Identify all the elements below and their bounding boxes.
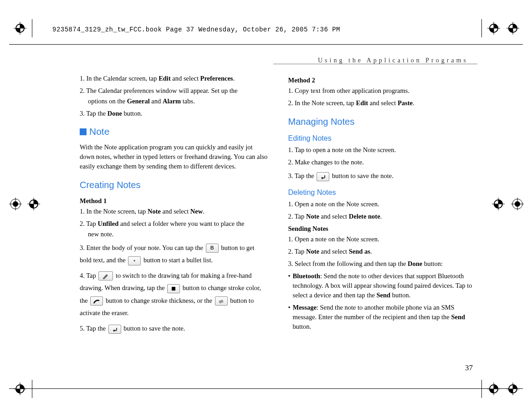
step-text: 3. Tap the Done button. xyxy=(80,109,268,118)
bullet-bluetooth: Bluetooth: Send the note to other device… xyxy=(288,271,476,300)
cropmark-line xyxy=(32,19,32,37)
bold-icon: B xyxy=(206,244,219,253)
svg-rect-20 xyxy=(172,287,175,291)
registration-mark-icon xyxy=(487,382,500,395)
step-text: 2. Make changes to the note. xyxy=(288,158,476,167)
cropmark-line xyxy=(32,380,32,398)
registration-mark-icon xyxy=(14,22,26,35)
step-text: 1. Open a note on the Note screen. xyxy=(288,235,476,244)
page-number: 37 xyxy=(465,362,473,374)
registration-mark-icon xyxy=(14,382,26,395)
step-text: 2. Tap Unfiled and select a folder where… xyxy=(80,219,268,229)
bullet-message: Message: Send the note to another mobile… xyxy=(288,303,476,332)
step-text: 2. The Calendar preferences window will … xyxy=(80,86,268,96)
note-heading: Note xyxy=(80,125,268,138)
step-text: 1. Open a note on the Note screen. xyxy=(288,199,476,209)
step-text: 1. In the Calendar screen, tap Edit and … xyxy=(80,74,268,83)
step-text: 1. In the Note screen, tap Note and sele… xyxy=(80,207,268,216)
managing-notes-heading: Managing Notes xyxy=(288,115,476,128)
registration-mark-icon xyxy=(9,198,22,210)
framemaker-header: 9235874_3129_zh_tw_FCC.book Page 37 Wedn… xyxy=(52,25,340,34)
back-arrow-icon xyxy=(317,172,329,181)
step-text: 3. Tap the button to save the note. xyxy=(288,170,476,183)
step-text: 1. Copy text from other application prog… xyxy=(288,86,476,96)
page-content: 1. In the Calendar screen, tap Edit and … xyxy=(80,73,476,337)
method1-label: Method 1 xyxy=(80,196,268,206)
step-text-cont: options on the General and Alarm tabs. xyxy=(88,97,268,106)
registration-mark-icon xyxy=(506,22,519,35)
note-square-icon xyxy=(80,128,87,135)
registration-mark-icon xyxy=(506,382,519,395)
pencil-icon xyxy=(98,271,113,280)
sending-notes-heading: Sending Notes xyxy=(288,224,476,234)
registration-mark-icon xyxy=(487,22,500,35)
deleting-notes-heading: Deleting Notes xyxy=(288,187,476,198)
step-text: 2. Tap Note and select Delete note. xyxy=(288,212,476,221)
step-text: 2. In the Note screen, tap Edit and sele… xyxy=(288,98,476,108)
right-column: Method 2 1. Copy text from other applica… xyxy=(288,73,476,337)
back-arrow-icon xyxy=(108,325,121,334)
method2-label: Method 2 xyxy=(288,76,476,85)
cropmark-line xyxy=(481,380,482,398)
step-text: 4. Tap to switch to the drawing tab for … xyxy=(80,270,268,320)
registration-mark-icon xyxy=(511,198,524,210)
bullet-icon: • xyxy=(128,256,141,265)
registration-mark-icon xyxy=(27,198,40,210)
cropmark-line xyxy=(9,388,523,389)
step-text: 3. Select from the following and then ta… xyxy=(288,259,476,269)
creating-notes-heading: Creating Notes xyxy=(80,178,268,192)
registration-mark-icon xyxy=(492,198,505,210)
step-text: 2. Tap Note and select Send as. xyxy=(288,247,476,256)
cropmark-line xyxy=(481,19,482,37)
note-body: With the Note application program you ca… xyxy=(80,143,268,171)
color-square-icon xyxy=(167,284,180,293)
svg-rect-21 xyxy=(219,299,224,303)
left-column: 1. In the Calendar screen, tap Edit and … xyxy=(80,73,268,337)
step-text: 3. Enter the body of your note. You can … xyxy=(80,242,268,267)
thickness-icon xyxy=(90,296,103,306)
step-text: 5. Tap the button to save the note. xyxy=(80,322,268,335)
editing-notes-heading: Editing Notes xyxy=(288,133,476,143)
cropmark-line xyxy=(9,44,523,45)
step-text: 1. Tap to open a note on the Note screen… xyxy=(288,145,476,155)
eraser-icon xyxy=(215,296,228,306)
running-head-rule xyxy=(273,64,477,64)
step-text-cont: new note. xyxy=(88,230,268,239)
